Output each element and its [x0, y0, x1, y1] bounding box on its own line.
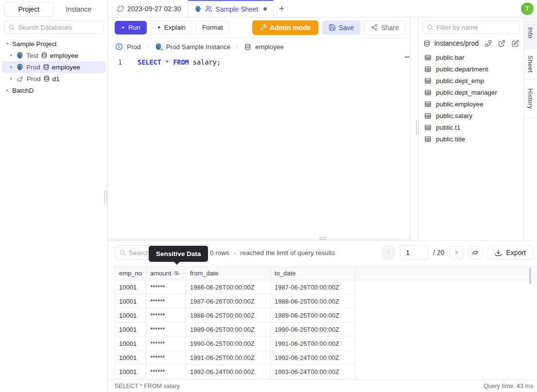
share-label: Share — [381, 24, 399, 32]
visualize-button[interactable] — [468, 246, 483, 259]
chevron-right-icon — [145, 44, 151, 50]
table-list-item[interactable]: public.bar — [418, 51, 523, 63]
next-page-button[interactable] — [450, 246, 463, 259]
search-databases-input[interactable] — [18, 24, 99, 31]
play-icon — [157, 25, 161, 30]
table-row[interactable]: 10001******1992-06-24T00:00:00Z1993-06-2… — [115, 365, 355, 379]
save-button[interactable]: Save — [322, 20, 361, 35]
sql-editor-app: Project Instance Sample Project Test emp… — [0, 0, 537, 392]
explain-button[interactable]: Explain — [151, 21, 192, 34]
page-number-input[interactable] — [400, 245, 428, 260]
database-label: d1 — [52, 75, 60, 83]
source-actions — [485, 40, 519, 47]
editor-panel: Run Explain Format Admin mode Save Share — [108, 17, 411, 240]
breadcrumb-database[interactable]: employee — [255, 43, 284, 51]
edit-icon[interactable] — [512, 40, 519, 47]
results-table-header: emp_no amount from_date to_date — [115, 266, 537, 280]
database-icon — [423, 40, 431, 47]
tree-item-test-employee[interactable]: Test employee — [0, 50, 107, 61]
new-tab-button[interactable]: + — [274, 0, 290, 17]
caret-right-icon — [5, 88, 10, 93]
left-sidebar: Project Instance Sample Project Test emp… — [0, 0, 108, 392]
table-row[interactable]: 10001******1990-06-25T00:00:00Z1991-06-2… — [115, 337, 355, 351]
breadcrumb: Prod Prod Sample Instance employee — [108, 39, 410, 54]
tree-item-prod-d1[interactable]: Prod d1 — [0, 73, 107, 85]
column-header-filler — [355, 267, 537, 280]
schema-diagram-icon[interactable] — [485, 40, 492, 47]
sheet-tab-sample-sheet[interactable]: Sample Sheet — [188, 0, 274, 17]
results-panel-resize-handle[interactable] — [319, 238, 327, 239]
sheet-tab-timestamp[interactable]: 2023-09-27 02:30 — [111, 0, 188, 17]
tab-instance[interactable]: Instance — [54, 2, 104, 17]
instance-status-dot — [160, 48, 163, 51]
results-scrollbar-thumb[interactable] — [529, 268, 531, 284]
instance-engine-icon-wrap — [155, 43, 162, 51]
breadcrumb-environment[interactable]: Prod — [127, 43, 141, 51]
table-list-item[interactable]: public.t1 — [418, 121, 523, 133]
admin-mode-button[interactable]: Admin mode — [252, 20, 318, 35]
run-button[interactable]: Run — [115, 21, 147, 34]
table-list-item[interactable]: public.salary — [418, 110, 523, 121]
caret-right-icon — [9, 53, 14, 58]
caret-right-icon — [9, 76, 14, 81]
database-icon — [244, 43, 251, 51]
table-row[interactable]: 10001******1991-06-25T00:00:00Z1992-06-2… — [115, 351, 355, 365]
table-icon — [424, 112, 432, 119]
column-header-emp-no[interactable]: emp_no — [115, 267, 146, 280]
table-row[interactable]: 10001******1989-06-25T00:00:00Z1990-06-2… — [115, 323, 355, 337]
table-list-item[interactable]: public.employee — [418, 98, 523, 110]
column-header-to-date[interactable]: to_date — [271, 267, 355, 280]
search-icon — [119, 249, 126, 256]
sidebar-resize-handle[interactable] — [104, 190, 107, 203]
connection-source-label: instances/prod — [434, 39, 479, 47]
rows-info: 0 rows - reached the limit of query resu… — [210, 249, 335, 256]
sql-editor[interactable]: 1 SELECT * FROM salary; — [108, 58, 410, 66]
status-query-time: Query time: 43 ms — [484, 383, 533, 390]
column-header-from-date[interactable]: from_date — [186, 267, 271, 280]
table-row[interactable]: 10001******1986-06-26T00:00:00Z1987-06-2… — [115, 280, 355, 294]
side-tab-info[interactable]: Info — [524, 17, 537, 49]
table-row[interactable]: 10001******1987-06-26T00:00:00Z1988-06-2… — [115, 294, 355, 308]
schema-sidebar-resize-handle[interactable] — [416, 120, 418, 135]
project-label: BatchD — [12, 87, 34, 94]
breadcrumb-instance[interactable]: Prod Sample Instance — [166, 43, 231, 51]
limit-note: reached the limit of query results — [240, 249, 335, 256]
explain-label: Explain — [164, 24, 186, 31]
table-list-item[interactable]: public.dept_manager — [418, 86, 523, 98]
project-tree: Sample Project Test employee Prod employ… — [0, 38, 107, 96]
table-icon — [424, 77, 432, 85]
tab-project[interactable]: Project — [4, 2, 54, 17]
export-button[interactable]: Export — [487, 245, 533, 260]
admin-mode-label: Admin mode — [270, 24, 311, 32]
editor-toolbar: Run Explain Format Admin mode Save Share — [108, 17, 410, 38]
mysql-icon — [16, 75, 24, 83]
database-icon — [43, 64, 50, 70]
sidebar-view-switch: Project Instance — [4, 2, 104, 17]
tree-item-batchd[interactable]: BatchD — [0, 85, 107, 96]
rows-info-separator: - — [234, 249, 236, 256]
postgres-icon — [16, 51, 24, 59]
tree-item-prod-employee-selected[interactable]: Prod employee — [2, 61, 105, 73]
table-row[interactable]: 10001******1988-06-25T00:00:00Z1989-06-2… — [115, 308, 355, 323]
eye-off-icon[interactable] — [173, 270, 180, 276]
table-list-item[interactable]: public.dept_emp — [418, 75, 523, 86]
filter-by-name-input[interactable] — [436, 24, 515, 31]
column-header-amount[interactable]: amount — [146, 267, 186, 280]
side-tab-sheet[interactable]: Sheet — [524, 49, 537, 80]
line-number: 1 — [114, 58, 126, 66]
external-link-icon[interactable] — [498, 40, 505, 47]
sheet-tab-label: 2023-09-27 02:30 — [127, 5, 181, 13]
table-icon — [424, 89, 432, 96]
table-list-item[interactable]: public.title — [418, 133, 523, 145]
chevron-left-icon — [385, 249, 392, 256]
side-tab-history[interactable]: History — [524, 80, 537, 119]
prev-page-button[interactable] — [381, 246, 395, 259]
table-list-item[interactable]: public.department — [418, 63, 523, 75]
format-button[interactable]: Format — [196, 21, 229, 34]
save-label: Save — [339, 24, 354, 32]
info-icon[interactable] — [115, 43, 123, 51]
share-button[interactable]: Share — [364, 20, 405, 35]
user-avatar[interactable]: T — [521, 2, 534, 15]
tree-item-sample-project[interactable]: Sample Project — [0, 38, 107, 50]
rows-count: 0 rows — [210, 249, 229, 256]
